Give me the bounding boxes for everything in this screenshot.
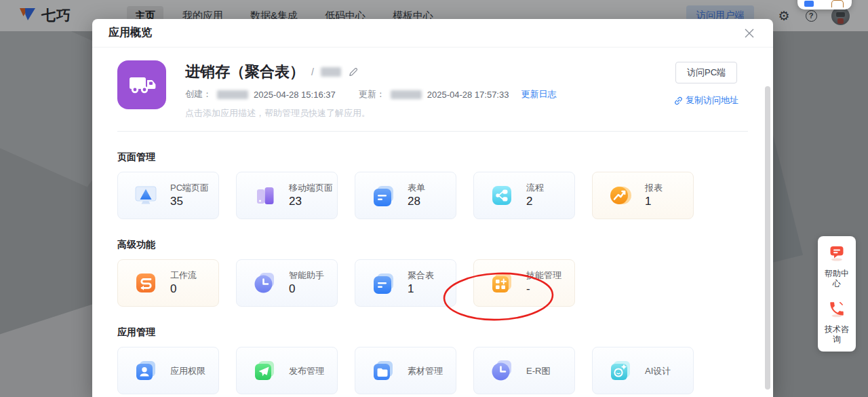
divider [117,131,748,132]
close-icon[interactable] [742,26,757,41]
section-0: 页面管理PC端页面35移动端页面23表单28流程2报表1 [117,151,748,219]
changelog-link[interactable]: 更新日志 [521,88,556,100]
link-icon [674,96,683,105]
side-item-label: 帮助中心 [823,269,850,289]
created-time: 2025-04-28 15:16:37 [254,90,336,100]
card-form[interactable]: 表单28 [355,172,456,219]
section-2: 应用管理应用权限发布管理素材管理E-R图AI设计 [117,326,748,394]
section-title: 页面管理 [117,151,748,164]
card-report[interactable]: 报表1 [592,172,694,219]
skill-icon [488,269,515,297]
modal-header: 应用概览 [92,19,773,48]
card-row: 工作流0智能助手0聚合表1技能管理- [117,259,748,307]
redacted-owner-name [321,67,341,77]
popup-fragment-avatar [831,0,844,7]
card-label: 技能管理 [526,269,561,281]
card-value: 23 [289,194,333,209]
card-label: 表单 [408,182,425,193]
card-mobile[interactable]: 移动端页面23 [236,172,338,219]
card-row: PC端页面35移动端页面23表单28流程2报表1 [117,172,748,219]
card-material[interactable]: 素材管理 [355,347,456,394]
card-label: 发布管理 [289,365,324,377]
card-monitor[interactable]: PC端页面35 [117,172,219,219]
monitor-icon [132,182,159,209]
card-ai[interactable]: AI设计 [592,347,694,394]
card-permission[interactable]: 应用权限 [117,347,219,394]
card-label: 智能助手 [289,269,324,281]
section-title: 应用管理 [117,326,748,339]
card-assistant[interactable]: 智能助手0 [236,259,338,307]
modal-body: 进销存（聚合表） / 创建： 2025-04-28 15:16:37 更新： 2… [92,48,773,397]
material-icon [370,357,397,384]
card-label: E-R图 [526,365,550,377]
phone-icon [828,300,846,320]
app-overview-modal: 应用概览 进销存（聚合表） / [92,19,773,397]
modal-title: 应用概览 [108,26,152,40]
er-icon [488,357,515,384]
modal-scrollbar[interactable] [765,86,770,390]
aggregate-icon [370,269,397,297]
redacted-updater-name [391,90,422,99]
card-label: 工作流 [170,269,197,281]
app-name-separator: / [311,67,314,77]
card-skill[interactable]: 技能管理- [473,259,575,307]
section-title: 高级功能 [117,239,748,251]
copy-address-link[interactable]: 复制访问地址 [674,94,738,107]
side-item-phone[interactable]: 技术咨询 [823,300,850,345]
card-value: 1 [408,282,434,297]
report-icon [607,182,634,209]
card-label: AI设计 [645,365,671,377]
ai-icon [607,357,634,384]
card-value: 0 [289,282,324,297]
card-aggregate[interactable]: 聚合表1 [355,259,456,307]
form-icon [370,182,397,209]
help-side-panel: 帮助中心技术咨询 [818,236,856,352]
card-publish[interactable]: 发布管理 [236,347,338,394]
card-value: 28 [408,194,425,209]
card-flow[interactable]: 流程2 [473,172,575,219]
updated-time: 2025-04-28 17:57:33 [427,90,509,100]
card-label: 报表 [645,182,663,193]
edit-pencil-icon[interactable] [348,67,358,77]
card-label: 素材管理 [408,365,443,377]
app-truck-icon [117,60,166,109]
card-value: - [526,282,561,297]
app-meta: 创建： 2025-04-28 15:16:37 更新： 2025-04-28 1… [185,88,556,100]
card-er[interactable]: E-R图 [473,347,575,394]
card-label: PC端页面 [170,182,209,193]
popup-fragment-icon [804,1,814,7]
flow-icon [488,182,515,209]
card-workflow[interactable]: 工作流0 [117,259,219,307]
side-item-chat[interactable]: 帮助中心 [823,244,850,289]
cutoff-popup [797,0,852,10]
card-label: 聚合表 [408,269,434,281]
assistant-icon [251,269,278,297]
card-value: 0 [170,282,197,297]
chat-icon [828,244,846,265]
card-value: 2 [526,194,544,209]
card-value: 1 [645,194,663,209]
card-label: 应用权限 [170,365,205,377]
redacted-creator-name [217,90,248,99]
section-1: 高级功能工作流0智能助手0聚合表1技能管理- [117,239,748,307]
card-row: 应用权限发布管理素材管理E-R图AI设计 [117,347,748,394]
updated-label: 更新： [359,88,385,100]
sections-container: 页面管理PC端页面35移动端页面23表单28流程2报表1高级功能工作流0智能助手… [117,151,748,394]
mobile-icon [251,182,278,209]
permission-icon [132,357,159,384]
visit-pc-button[interactable]: 访问PC端 [675,62,737,83]
workflow-icon [132,269,159,297]
card-label: 移动端页面 [289,182,333,193]
app-description-placeholder[interactable]: 点击添加应用描述，帮助管理员快速了解应用。 [185,107,556,119]
app-name: 进销存（聚合表） [185,62,304,82]
card-label: 流程 [526,182,544,193]
side-item-label: 技术咨询 [823,324,850,345]
publish-icon [251,357,278,384]
app-header: 进销存（聚合表） / 创建： 2025-04-28 15:16:37 更新： 2… [117,60,748,119]
card-value: 35 [170,194,209,209]
created-label: 创建： [185,88,212,100]
